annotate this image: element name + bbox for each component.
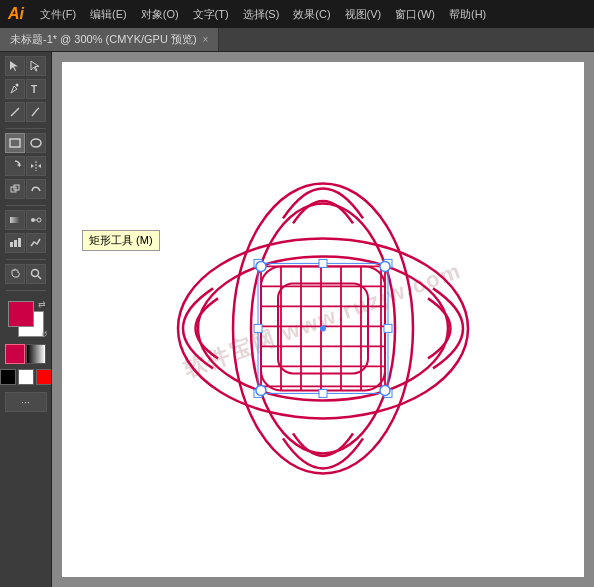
line-tool[interactable] xyxy=(5,102,25,122)
transform-tool-group xyxy=(4,156,48,176)
toolbar-divider-4 xyxy=(6,290,46,291)
svg-point-15 xyxy=(37,218,41,222)
menu-edit[interactable]: 编辑(E) xyxy=(84,5,133,24)
menu-select[interactable]: 选择(S) xyxy=(237,5,286,24)
svg-rect-18 xyxy=(14,240,17,247)
color-fill-button[interactable] xyxy=(5,344,25,364)
menu-effect[interactable]: 效果(C) xyxy=(287,5,336,24)
color-preset-strip xyxy=(0,369,52,385)
svg-point-56 xyxy=(380,385,390,395)
title-bar: Ai 文件(F) 编辑(E) 对象(O) 文字(T) 选择(S) 效果(C) 视… xyxy=(0,0,594,28)
menu-text[interactable]: 文字(T) xyxy=(187,5,235,24)
reflect-tool[interactable] xyxy=(26,156,46,176)
hand-tool[interactable] xyxy=(5,264,25,284)
svg-point-55 xyxy=(256,385,266,395)
blend-tool[interactable] xyxy=(26,210,46,230)
svg-line-4 xyxy=(11,108,19,116)
black-swatch[interactable] xyxy=(0,369,16,385)
document-tab[interactable]: 未标题-1* @ 300% (CMYK/GPU 预览) × xyxy=(0,28,219,51)
svg-text:T: T xyxy=(31,84,37,95)
svg-marker-1 xyxy=(31,61,39,71)
svg-marker-10 xyxy=(38,164,41,168)
svg-point-53 xyxy=(256,261,266,271)
line-tool-group xyxy=(4,102,48,122)
symbol-tool[interactable] xyxy=(5,233,25,253)
shape-tool-group xyxy=(4,133,48,153)
distort-tool-group xyxy=(4,179,48,199)
tab-bar: 未标题-1* @ 300% (CMYK/GPU 预览) × xyxy=(0,28,594,52)
left-toolbar: T xyxy=(0,52,52,587)
ellipsis-icon: ··· xyxy=(21,396,30,408)
swap-colors-icon[interactable]: ⇄ xyxy=(38,299,46,309)
toolbar-divider-2 xyxy=(6,205,46,206)
menu-view[interactable]: 视图(V) xyxy=(339,5,388,24)
more-tools-button[interactable]: ··· xyxy=(5,392,47,412)
type-tool[interactable]: T xyxy=(26,79,46,99)
menu-window[interactable]: 窗口(W) xyxy=(389,5,441,24)
svg-point-20 xyxy=(32,270,39,277)
svg-rect-51 xyxy=(384,324,392,332)
pen-tool[interactable] xyxy=(5,79,25,99)
color-mode-group xyxy=(4,344,48,364)
direct-selection-tool[interactable] xyxy=(26,56,46,76)
svg-rect-50 xyxy=(254,324,262,332)
warp-tool[interactable] xyxy=(26,179,46,199)
symbol-tool-group xyxy=(4,233,48,253)
ellipse-tool[interactable] xyxy=(26,133,46,153)
zoom-tool[interactable] xyxy=(26,264,46,284)
artwork-svg xyxy=(153,118,493,538)
svg-rect-17 xyxy=(10,242,13,247)
svg-marker-7 xyxy=(17,163,20,167)
svg-marker-9 xyxy=(31,164,34,168)
selection-tool[interactable] xyxy=(5,56,25,76)
reset-colors-icon[interactable]: ↺ xyxy=(41,330,48,339)
svg-point-52 xyxy=(320,325,326,331)
svg-rect-49 xyxy=(319,389,327,397)
svg-line-21 xyxy=(38,276,41,279)
gradient-tool[interactable] xyxy=(5,210,25,230)
svg-rect-19 xyxy=(18,238,21,247)
menu-help[interactable]: 帮助(H) xyxy=(443,5,492,24)
toolbar-divider-3 xyxy=(6,259,46,260)
svg-rect-5 xyxy=(10,139,20,147)
foreground-color-swatch[interactable] xyxy=(8,301,34,327)
menu-object[interactable]: 对象(O) xyxy=(135,5,185,24)
svg-point-14 xyxy=(31,218,35,222)
gradient-fill-button[interactable] xyxy=(26,344,46,364)
svg-point-54 xyxy=(380,261,390,271)
graph-tool[interactable] xyxy=(26,233,46,253)
extra-tools-group: ··· xyxy=(4,392,48,412)
white-swatch[interactable] xyxy=(18,369,34,385)
svg-marker-0 xyxy=(10,61,18,71)
red-swatch[interactable] xyxy=(36,369,52,385)
main-layout: T xyxy=(0,52,594,587)
rotate-tool[interactable] xyxy=(5,156,25,176)
pen-tool-group: T xyxy=(4,79,48,99)
selection-tool-group xyxy=(4,56,48,76)
canvas-area[interactable]: 软件宝网 www.ruzjw.com xyxy=(52,52,594,587)
brush-tool[interactable] xyxy=(26,102,46,122)
artwork-container xyxy=(153,118,493,538)
tab-title: 未标题-1* @ 300% (CMYK/GPU 预览) xyxy=(10,32,197,47)
ai-logo: Ai xyxy=(8,5,24,23)
svg-point-2 xyxy=(16,84,19,87)
svg-rect-48 xyxy=(319,259,327,267)
scale-tool[interactable] xyxy=(5,179,25,199)
menu-bar: 文件(F) 编辑(E) 对象(O) 文字(T) 选择(S) 效果(C) 视图(V… xyxy=(34,5,492,24)
tab-close-button[interactable]: × xyxy=(203,34,209,45)
menu-file[interactable]: 文件(F) xyxy=(34,5,82,24)
toolbar-divider-1 xyxy=(6,128,46,129)
rectangle-tool[interactable] xyxy=(5,133,25,153)
view-tool-group xyxy=(4,264,48,284)
gradient-tool-group xyxy=(4,210,48,230)
svg-rect-13 xyxy=(10,217,20,223)
svg-point-6 xyxy=(31,139,41,147)
color-swatches: ⇄ ↺ xyxy=(4,299,48,339)
